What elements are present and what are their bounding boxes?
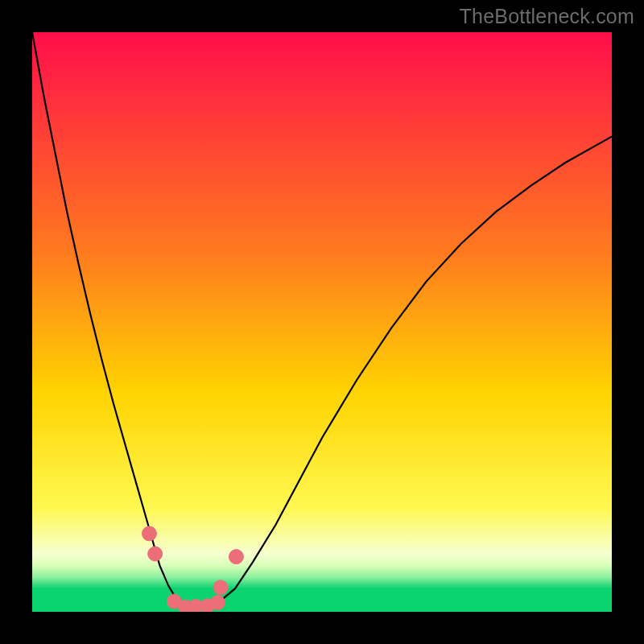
dot-9 — [229, 550, 243, 564]
chart-frame: TheBottleneck.com — [0, 0, 644, 644]
dot-2 — [148, 547, 163, 561]
watermark-text: TheBottleneck.com — [460, 5, 634, 28]
dot-7 — [210, 595, 225, 609]
dot-1 — [142, 526, 156, 541]
plot-area — [32, 32, 612, 612]
chart-svg — [32, 32, 612, 612]
gradient-background — [32, 32, 612, 612]
dot-8 — [213, 580, 228, 595]
